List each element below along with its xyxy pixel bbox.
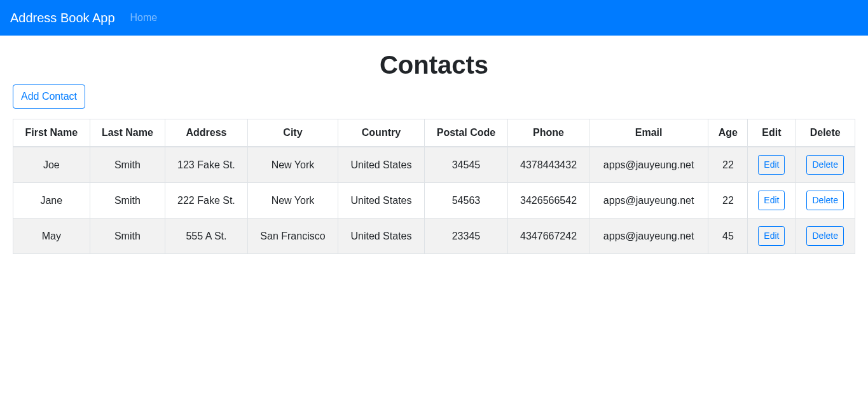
nav-link-home[interactable]: Home [125, 7, 163, 29]
cell-country: United States [338, 183, 425, 219]
contacts-table: First Name Last Name Address City Countr… [13, 119, 855, 254]
cell-city: New York [247, 147, 338, 183]
cell-postal-code: 23345 [424, 219, 508, 254]
cell-email: apps@jauyeung.net [589, 183, 708, 219]
cell-delete: Delete [796, 147, 855, 183]
cell-last-name: Smith [90, 219, 165, 254]
table-row: MaySmith555 A St.San FranciscoUnited Sta… [13, 219, 855, 254]
cell-phone: 4347667242 [508, 219, 589, 254]
cell-country: United States [338, 219, 425, 254]
cell-age: 45 [708, 219, 748, 254]
cell-address: 555 A St. [165, 219, 248, 254]
navbar: Address Book App Home [0, 0, 868, 36]
cell-last-name: Smith [90, 183, 165, 219]
table-row: JaneSmith222 Fake St.New YorkUnited Stat… [13, 183, 855, 219]
delete-button[interactable]: Delete [806, 191, 843, 210]
cell-edit: Edit [748, 219, 796, 254]
edit-button[interactable]: Edit [758, 155, 785, 175]
cell-email: apps@jauyeung.net [589, 147, 708, 183]
cell-city: San Francisco [247, 219, 338, 254]
cell-first-name: Joe [13, 147, 90, 183]
cell-last-name: Smith [90, 147, 165, 183]
table-header-row: First Name Last Name Address City Countr… [13, 119, 855, 147]
th-email: Email [589, 119, 708, 147]
add-contact-button[interactable]: Add Contact [13, 84, 85, 109]
cell-country: United States [338, 147, 425, 183]
cell-postal-code: 54563 [424, 183, 508, 219]
cell-edit: Edit [748, 147, 796, 183]
th-city: City [247, 119, 338, 147]
edit-button[interactable]: Edit [758, 226, 785, 246]
cell-address: 222 Fake St. [165, 183, 248, 219]
th-delete: Delete [796, 119, 855, 147]
cell-delete: Delete [796, 183, 855, 219]
page-title: Contacts [13, 51, 855, 79]
cell-city: New York [247, 183, 338, 219]
table-row: JoeSmith123 Fake St.New YorkUnited State… [13, 147, 855, 183]
th-address: Address [165, 119, 248, 147]
th-last-name: Last Name [90, 119, 165, 147]
delete-button[interactable]: Delete [806, 155, 843, 175]
cell-first-name: Jane [13, 183, 90, 219]
edit-button[interactable]: Edit [758, 191, 785, 210]
th-edit: Edit [748, 119, 796, 147]
th-first-name: First Name [13, 119, 90, 147]
cell-phone: 4378443432 [508, 147, 589, 183]
th-postal-code: Postal Code [424, 119, 508, 147]
cell-delete: Delete [796, 219, 855, 254]
th-phone: Phone [508, 119, 589, 147]
cell-edit: Edit [748, 183, 796, 219]
cell-age: 22 [708, 147, 748, 183]
cell-age: 22 [708, 183, 748, 219]
delete-button[interactable]: Delete [806, 226, 843, 246]
cell-address: 123 Fake St. [165, 147, 248, 183]
th-country: Country [338, 119, 425, 147]
navbar-brand[interactable]: Address Book App [10, 8, 115, 29]
cell-first-name: May [13, 219, 90, 254]
cell-phone: 3426566542 [508, 183, 589, 219]
cell-email: apps@jauyeung.net [589, 219, 708, 254]
cell-postal-code: 34545 [424, 147, 508, 183]
th-age: Age [708, 119, 748, 147]
